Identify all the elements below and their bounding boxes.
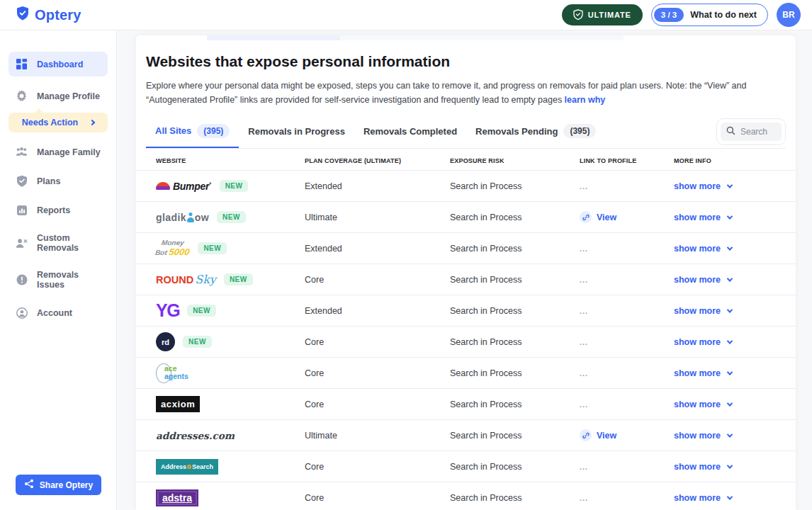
view-profile-link[interactable]: View [580, 429, 674, 441]
exposure-risk-cell: Search in Process [450, 337, 580, 347]
more-info-cell: show more [674, 462, 796, 472]
show-more-button[interactable]: show more [674, 337, 796, 347]
tab-all-sites[interactable]: All Sites(395) [146, 120, 239, 148]
sidebar-item-dashboard[interactable]: Dashboard [9, 52, 108, 76]
new-badge: NEW [183, 336, 212, 348]
search-input[interactable] [740, 127, 779, 137]
logo-segment: ow [195, 212, 209, 223]
website-cell: rdNEW [156, 332, 305, 351]
search-icon [726, 125, 735, 138]
site-logo-yg: YG [156, 300, 179, 321]
logo-segment: YG [156, 300, 179, 321]
more-info-cell: show more [674, 400, 796, 409]
website-cell: aceagents [156, 366, 305, 381]
show-more-button[interactable]: show more [674, 368, 796, 378]
logo-segment: rd [156, 332, 175, 351]
table-row-gladiknow: gladikowNEWUltimateSearch in ProcessView… [136, 201, 796, 232]
logo-segment: Address [161, 463, 186, 470]
site-logo-addresses: addresses.com [156, 430, 235, 441]
sidebar-item-account[interactable]: Account [9, 303, 108, 322]
ultimate-plan-button[interactable]: ULTIMATE [562, 4, 643, 26]
top-strip-decoration [136, 35, 796, 40]
chevron-down-icon [727, 338, 733, 344]
profile-ellipsis: ... [580, 338, 588, 346]
profile-ellipsis: ... [580, 400, 588, 409]
family-icon [16, 146, 28, 158]
table-row-addresses-com: addresses.comUltimateSearch in ProcessVi… [136, 419, 796, 450]
exposure-risk-cell: Search in Process [450, 368, 580, 378]
tab-count-badge: (395) [563, 124, 596, 138]
website-cell: acxiom [156, 396, 305, 412]
show-more-button[interactable]: show more [674, 400, 796, 409]
table-row-rd: rdNEWCoreSearch in Process...show more [136, 326, 796, 357]
sidebar-item-custom-removals[interactable]: Custom Removals [9, 230, 108, 256]
website-cell: YGNEW [156, 300, 305, 321]
logo-segment: Sky [195, 273, 216, 286]
chain-link-icon [580, 211, 592, 223]
chain-link-icon [580, 429, 592, 441]
new-badge: NEW [217, 211, 246, 223]
profile-ellipsis: ... [580, 494, 588, 502]
show-more-button[interactable]: show more [674, 431, 796, 441]
plan-coverage-cell: Core [305, 337, 450, 347]
column-header-website: WEBSITE [156, 157, 298, 164]
steps-progress-badge: 3 / 3 [654, 8, 684, 22]
logo-segment: * [209, 181, 212, 188]
more-info-cell: show more [674, 181, 796, 191]
gear-icon [16, 90, 28, 102]
table-row-bumper: Bumper*NEWExtendedSearch in Process...sh… [136, 170, 796, 201]
tab-removals-pending[interactable]: Removals Pending(395) [466, 120, 605, 147]
chevron-right-icon [89, 120, 95, 125]
show-more-button[interactable]: show more [674, 493, 796, 503]
show-more-label: show more [674, 275, 721, 285]
sidebar-item-manage-profile[interactable]: Manage Profile [9, 86, 108, 106]
chevron-down-icon [727, 276, 733, 281]
person-remove-icon [16, 237, 28, 249]
sidebar-item-manage-family[interactable]: Manage Family [9, 142, 108, 162]
chevron-down-icon [727, 494, 733, 499]
show-more-button[interactable]: show more [674, 306, 796, 316]
sidebar-item-reports[interactable]: Reports [9, 200, 108, 220]
sidebar-item-plans[interactable]: Plans [9, 171, 108, 191]
show-more-button[interactable]: show more [674, 275, 796, 285]
sidebar: DashboardManage ProfileNeeds ActionManag… [0, 30, 117, 510]
sidebar-item-label: Needs Action [22, 118, 78, 128]
sidebar-item-removals-issues[interactable]: Removals Issues [9, 266, 108, 293]
show-more-button[interactable]: show more [674, 462, 796, 472]
optery-logo[interactable]: Optery [16, 6, 81, 24]
plan-coverage-cell: Ultimate [305, 431, 450, 441]
new-badge: NEW [198, 242, 227, 254]
exposure-risk-cell: Search in Process [450, 306, 580, 316]
search-box[interactable] [721, 123, 782, 141]
column-header-more: MORE INFO [674, 157, 789, 164]
show-more-button[interactable]: show more [674, 244, 796, 254]
what-to-do-next-button[interactable]: 3 / 3 What to do next [651, 4, 768, 26]
tab-removals-progress[interactable]: Removals in Progress [239, 120, 354, 147]
view-profile-link[interactable]: View [580, 211, 674, 223]
plan-coverage-cell: Extended [305, 244, 450, 254]
exposure-risk-cell: Search in Process [450, 212, 580, 222]
tab-label: All Sites [155, 125, 191, 136]
user-avatar[interactable]: BR [777, 3, 801, 27]
sidebar-item-needs-action[interactable]: Needs Action [9, 113, 108, 132]
brand-name: Optery [35, 7, 81, 23]
show-more-label: show more [674, 181, 721, 191]
chevron-down-icon [727, 213, 733, 219]
website-cell: ROUNDSkyNEW [156, 273, 305, 286]
more-info-cell: show more [674, 212, 796, 222]
show-more-button[interactable]: show more [674, 181, 796, 191]
logo-segment: gladik [156, 212, 186, 223]
logo-segment: Bumper [173, 181, 209, 192]
column-header-link: LINK TO PROFILE [580, 157, 669, 164]
plan-button-label: ULTIMATE [588, 11, 631, 19]
profile-ellipsis: ... [580, 369, 588, 378]
plan-coverage-cell: Core [305, 368, 450, 378]
website-cell: adstra [156, 489, 305, 506]
show-more-button[interactable]: show more [674, 212, 796, 222]
show-more-label: show more [674, 337, 721, 347]
tab-removals-completed[interactable]: Removals Completed [354, 120, 466, 147]
chevron-down-icon [727, 244, 733, 250]
show-more-label: show more [674, 431, 721, 441]
learn-why-link[interactable]: learn why [565, 95, 606, 105]
share-optery-button[interactable]: Share Optery [16, 475, 101, 495]
